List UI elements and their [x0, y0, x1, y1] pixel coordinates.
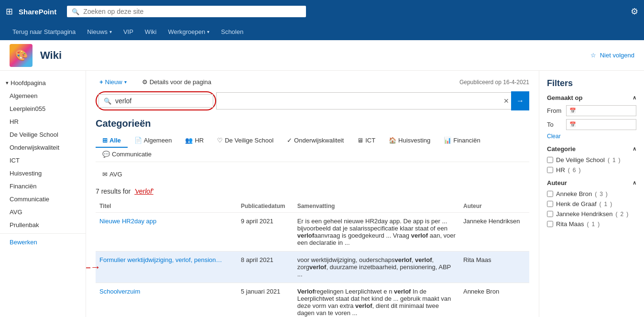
filter-checkbox[interactable] — [547, 191, 553, 197]
sidebar-item-leerplein055[interactable]: Leerplein055 — [0, 102, 86, 115]
sidebar-item-hoofdpagina[interactable]: ▾ Hoofdpagina — [0, 77, 86, 89]
result-date-cell: 8 april 2021 — [237, 251, 294, 283]
cat-tab-veilige-school[interactable]: ♡ De Veilige School — [210, 134, 280, 148]
details-button[interactable]: ⚙ Details voor de pagina — [138, 77, 215, 87]
chevron-down-icon: ▾ — [6, 80, 9, 86]
nav-item-nieuws[interactable]: Nieuws ▾ — [82, 23, 117, 40]
sidebar-bewerken[interactable]: Bewerken — [0, 236, 86, 249]
grid-icon[interactable]: ⊞ — [6, 6, 13, 17]
sidebar-item-prullenbak[interactable]: Prullenbak — [0, 219, 86, 231]
result-summary-cell: voor werktijdwijziging, ouderschapsverlo… — [294, 251, 459, 283]
search-icon: 🔍 — [72, 8, 79, 15]
filter-clear-button[interactable]: Clear — [547, 133, 636, 140]
cat-tab-algemeen[interactable]: 📄 Algemeen — [128, 134, 179, 148]
search-go-button[interactable]: → — [511, 91, 529, 110]
result-author-cell: Janneke Hendriksen — [459, 213, 529, 251]
filter-from-input[interactable]: 📅 — [566, 105, 636, 116]
cat-tab-hr[interactable]: 👥 HR — [178, 134, 210, 148]
filter-checkbox[interactable] — [547, 201, 553, 207]
filter-checkbox[interactable] — [547, 221, 553, 227]
filter-checkbox[interactable] — [547, 167, 553, 173]
search-full-bar — [216, 92, 529, 109]
sidebar-item-algemeen[interactable]: Algemeen — [0, 89, 86, 102]
result-link[interactable]: Schoolverzuim — [99, 288, 140, 295]
star-icon: ☆ — [590, 52, 596, 59]
nav-item-back[interactable]: Terug naar Startpagina — [8, 23, 80, 40]
settings-icon[interactable]: ⚙ — [631, 6, 638, 17]
main-layout: ▾ Hoofdpagina Algemeen Leerplein055 HR D… — [0, 71, 644, 317]
document-icon: 📄 — [134, 137, 142, 144]
result-author-cell: Rita Maas — [459, 251, 529, 283]
plus-icon: + — [99, 78, 103, 86]
grid-icon: ⊞ — [102, 137, 108, 144]
filter-auteur-rita: Rita Maas (1) — [547, 220, 636, 228]
cat-tab-communicatie[interactable]: 💬 Communicatie — [96, 148, 158, 162]
cat-tab-avg[interactable]: ✉ AVG — [96, 168, 129, 182]
sidebar-item-ict[interactable]: ICT — [0, 154, 86, 167]
site-logo: 🎨 — [10, 44, 33, 67]
filter-checkbox[interactable] — [547, 211, 553, 217]
filter-gemaakt-op-header[interactable]: Gemaakt op ∧ — [547, 94, 636, 101]
filter-to-row: To 📅 — [547, 119, 636, 130]
site-title: Wiki — [40, 49, 62, 62]
filter-from-row: From 📅 — [547, 105, 636, 116]
results-table: Titel Publicatiedatum Samenvatting Auteu… — [96, 200, 529, 317]
filter-categorie-veilige-school: De Veilige School (1) — [547, 156, 636, 164]
sidebar-item-veilige-school[interactable]: De Veilige School — [0, 128, 86, 141]
table-row: ——→ Formulier werktijdwijziging, verlof,… — [96, 251, 529, 283]
check-icon: ✓ — [287, 137, 292, 144]
filter-checkbox[interactable] — [547, 157, 553, 163]
sidebar-item-onderwijskwaliteit[interactable]: Onderwijskwaliteit — [0, 141, 86, 154]
filter-auteur-janneke: Janneke Hendriksen (2) — [547, 210, 636, 218]
categories-title: Categorieën — [96, 118, 529, 129]
main-toolbar: + Nieuw ▾ ⚙ Details voor de pagina Gepub… — [96, 77, 529, 87]
publish-date: Gepubliceerd op 16-4-2021 — [459, 79, 529, 86]
filters-title: Filters — [547, 78, 636, 88]
cat-tab-ict[interactable]: 🖥 ICT — [350, 134, 382, 148]
filter-to-input[interactable]: 📅 — [566, 119, 636, 130]
search-ring: 🔍 — [96, 91, 216, 110]
topbar-search-bar[interactable]: 🔍 — [67, 6, 306, 17]
chevron-up-icon: ∧ — [633, 180, 636, 186]
sidebar-item-communicatie[interactable]: Communicatie — [0, 193, 86, 206]
nav-item-wiki[interactable]: Wiki — [140, 23, 162, 40]
cat-tab-onderwijskwaliteit[interactable]: ✓ Onderwijskwaliteit — [280, 134, 350, 148]
search-box[interactable]: 🔍 — [98, 94, 213, 108]
filter-from-label: From — [547, 107, 562, 114]
filter-categorie-header[interactable]: Categorie ∧ — [547, 145, 636, 153]
chevron-down-icon: ▾ — [124, 79, 127, 85]
nav-item-scholen[interactable]: Scholen — [216, 23, 248, 40]
col-header-author: Auteur — [459, 200, 529, 213]
search-icon: 🔍 — [104, 98, 111, 105]
category-tabs-row2: ✉ AVG — [96, 168, 529, 182]
filter-auteur-henk: Henk de Graaf (1) — [547, 200, 636, 208]
follow-button[interactable]: ☆ Niet volgend — [590, 52, 634, 59]
search-term: 'verlof' — [134, 187, 153, 195]
filter-to-label: To — [547, 121, 562, 128]
cat-tab-alle[interactable]: ⊞ Alle — [96, 134, 128, 148]
topbar-search-input[interactable] — [83, 8, 301, 15]
table-row: Schoolverzuim 5 januari 2021 Verlofregel… — [96, 283, 529, 317]
nav-item-werkgroepen[interactable]: Werkgroepen ▾ — [163, 23, 214, 40]
col-header-title: Titel — [96, 200, 237, 213]
results-table-wrap: Titel Publicatiedatum Samenvatting Auteu… — [96, 200, 529, 317]
cat-tab-financien[interactable]: 📊 Financiën — [437, 134, 487, 148]
filters-panel: Filters Gemaakt op ∧ From 📅 To 📅 Clear C… — [539, 71, 644, 317]
clear-icon[interactable]: ✕ — [503, 97, 509, 105]
sidebar-item-huisvesting[interactable]: Huisvesting — [0, 167, 86, 180]
result-link[interactable]: Formulier werktijdwijziging, verlof, pen… — [99, 256, 222, 263]
secondary-nav: Terug naar Startpagina Nieuws ▾ VIP Wiki… — [0, 23, 644, 40]
sidebar-item-avg[interactable]: AVG — [0, 206, 86, 219]
new-button[interactable]: + Nieuw ▾ — [96, 77, 131, 87]
result-date-cell: 5 januari 2021 — [237, 283, 294, 317]
site-header: 🎨 Wiki ☆ Niet volgend — [0, 40, 644, 71]
result-link[interactable]: Nieuwe HR2day app — [99, 218, 156, 225]
cat-tab-huisvesting[interactable]: 🏠 Huisvesting — [382, 134, 437, 148]
sidebar-item-financien[interactable]: Financiën — [0, 180, 86, 193]
search-bar-area: 🔍 ✕ → — [96, 91, 529, 110]
nav-item-vip[interactable]: VIP — [119, 23, 138, 40]
search-input[interactable] — [115, 97, 208, 105]
sidebar-item-hr[interactable]: HR — [0, 115, 86, 128]
result-title-cell: Schoolverzuim — [96, 283, 237, 317]
filter-auteur-header[interactable]: Auteur ∧ — [547, 179, 636, 186]
